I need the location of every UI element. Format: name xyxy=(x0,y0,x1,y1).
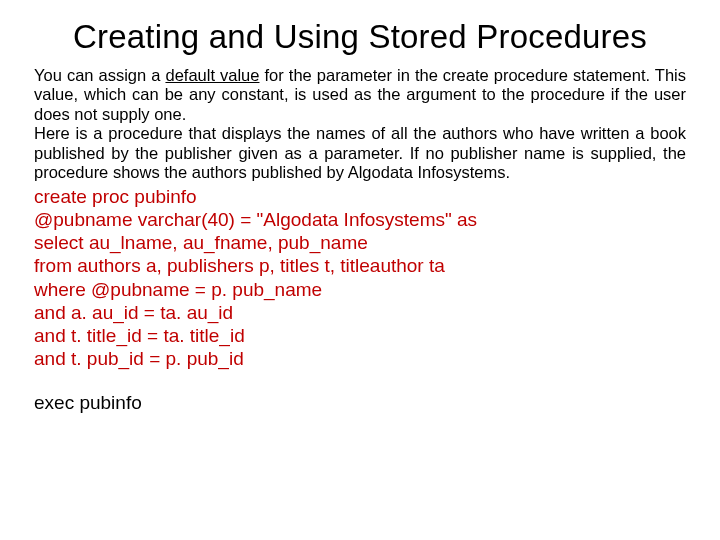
code-line-1: create proc pubinfo xyxy=(34,185,686,208)
code-line-2: @pubname varchar(40) = "Algodata Infosys… xyxy=(34,208,686,231)
code-line-8: and t. pub_id = p. pub_id xyxy=(34,347,686,370)
code-line-3: select au_lname, au_fname, pub_name xyxy=(34,231,686,254)
slide-title: Creating and Using Stored Procedures xyxy=(34,18,686,56)
second-paragraph: Here is a procedure that displays the na… xyxy=(34,124,686,182)
sql-code-block: create proc pubinfo @pubname varchar(40)… xyxy=(34,185,686,370)
code-line-5: where @pubname = p. pub_name xyxy=(34,278,686,301)
code-line-7: and t. title_id = ta. title_id xyxy=(34,324,686,347)
code-line-4: from authors a, publishers p, titles t, … xyxy=(34,254,686,277)
code-line-6: and a. au_id = ta. au_id xyxy=(34,301,686,324)
intro-paragraph: You can assign a default value for the p… xyxy=(34,66,686,124)
default-value-underline: default value xyxy=(165,66,259,84)
para-1a: You can assign a xyxy=(34,66,165,84)
exec-line: exec pubinfo xyxy=(34,392,686,414)
slide: Creating and Using Stored Procedures You… xyxy=(0,0,720,540)
